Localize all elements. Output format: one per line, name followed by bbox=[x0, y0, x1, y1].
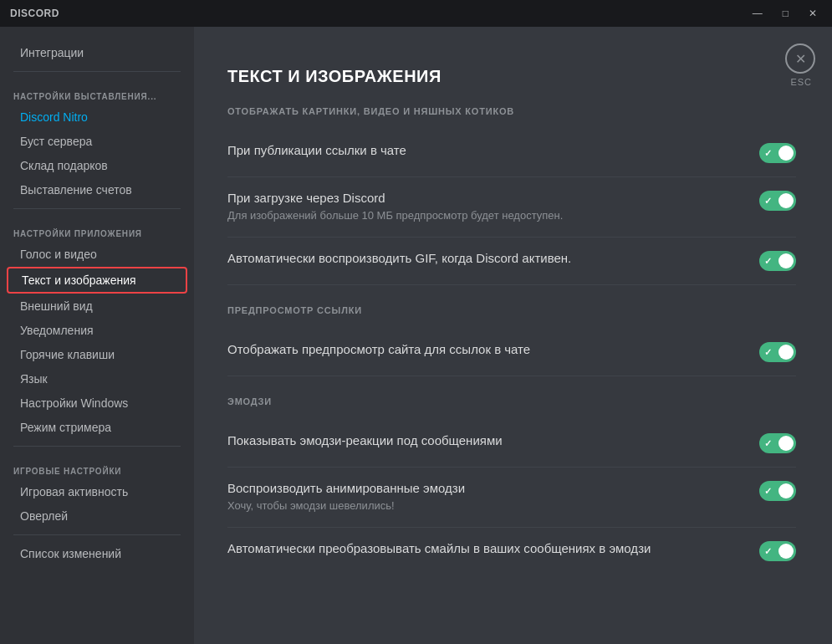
toggle-check-icon: ✓ bbox=[764, 196, 772, 207]
app-title: DISCORD bbox=[10, 8, 59, 19]
section-header-media: ОТОБРАЖАТЬ КАРТИНКИ, ВИДЕО И НЯШНЫХ КОТИ… bbox=[227, 106, 796, 116]
sidebar-item-appearance[interactable]: Внешний вид bbox=[7, 294, 187, 318]
setting-label: При публикации ссылки в чате bbox=[227, 143, 743, 157]
setting-label: При загрузке через Discord bbox=[227, 191, 743, 205]
setting-label: Автоматически преобразовывать смайлы в в… bbox=[227, 541, 743, 555]
sidebar: Интеграции НАСТРОЙКИ ВЫСТАВЛЕНИЯ... Disc… bbox=[0, 27, 194, 644]
toggle-check-icon: ✓ bbox=[764, 438, 772, 449]
sidebar-item-label: Оверлей bbox=[20, 509, 68, 523]
app-container: Интеграции НАСТРОЙКИ ВЫСТАВЛЕНИЯ... Disc… bbox=[0, 27, 832, 644]
section-header-emoji: ЭМОДЗИ bbox=[227, 396, 796, 406]
sidebar-item-label: Режим стримера bbox=[20, 421, 111, 434]
sidebar-divider-2 bbox=[13, 208, 181, 209]
setting-text: Автоматически преобразовывать смайлы в в… bbox=[227, 541, 759, 559]
sidebar-item-label: Буст сервера bbox=[20, 135, 92, 148]
sidebar-item-billing[interactable]: Выставление счетов bbox=[7, 178, 187, 202]
setting-desc: Для изображений больше 10 МБ предпросмот… bbox=[227, 208, 743, 223]
sidebar-item-boost-server[interactable]: Буст сервера bbox=[7, 130, 187, 153]
setting-text: При публикации ссылки в чате bbox=[227, 143, 759, 161]
window-controls: — □ ✕ bbox=[748, 6, 822, 21]
sidebar-section-billing: НАСТРОЙКИ ВЫСТАВЛЕНИЯ... bbox=[0, 79, 194, 105]
sidebar-section-app: НАСТРОЙКИ ПРИЛОЖЕНИЯ bbox=[0, 216, 194, 242]
sidebar-item-label: Внешний вид bbox=[20, 299, 93, 313]
sidebar-item-label: Игровая активность bbox=[20, 485, 128, 498]
page-title: ТЕКСТ И ИЗОБРАЖЕНИЯ bbox=[227, 67, 796, 86]
setting-row-emoji-reactions: Показывать эмодзи-реакции под сообщениям… bbox=[227, 420, 796, 468]
minimize-button[interactable]: — bbox=[748, 6, 768, 21]
sidebar-item-label: Интеграции bbox=[20, 46, 84, 59]
sidebar-item-windows-settings[interactable]: Настройки Windows bbox=[7, 391, 187, 415]
setting-text: Показывать эмодзи-реакции под сообщениям… bbox=[227, 433, 759, 451]
toggle-link-preview[interactable]: ✓ bbox=[759, 143, 796, 163]
sidebar-item-language[interactable]: Язык bbox=[7, 367, 187, 391]
toggle-check-icon: ✓ bbox=[764, 256, 772, 267]
sidebar-item-label: Discord Nitro bbox=[20, 110, 88, 124]
sidebar-item-changelog[interactable]: Список изменений bbox=[7, 542, 187, 565]
sidebar-item-label: Язык bbox=[20, 372, 48, 386]
esc-label: ESC bbox=[790, 77, 812, 87]
setting-row-discord-upload: При загрузке через Discord Для изображен… bbox=[227, 177, 796, 238]
sidebar-item-integrations[interactable]: Интеграции bbox=[7, 41, 187, 64]
sidebar-item-voice-video[interactable]: Голос и видео bbox=[7, 243, 187, 266]
sidebar-section-game: ИГРОВЫЕ НАСТРОЙКИ bbox=[0, 453, 194, 479]
setting-row-animated-emoji: Воспроизводить анимированные эмодзи Хочу… bbox=[227, 468, 796, 528]
sidebar-item-gift-inventory[interactable]: Склад подарков bbox=[7, 154, 187, 177]
setting-text: Автоматически воспроизводить GIF, когда … bbox=[227, 251, 759, 268]
sidebar-item-discord-nitro[interactable]: Discord Nitro bbox=[7, 105, 187, 129]
setting-label: Показывать эмодзи-реакции под сообщениям… bbox=[227, 433, 743, 447]
maximize-button[interactable]: □ bbox=[778, 6, 794, 21]
sidebar-item-label: Выставление счетов bbox=[20, 183, 132, 197]
toggle-check-icon: ✓ bbox=[764, 148, 772, 159]
sidebar-item-notifications[interactable]: Уведомления bbox=[7, 319, 187, 342]
sidebar-item-label: Голос и видео bbox=[20, 248, 97, 261]
setting-label: Отображать предпросмотр сайта для ссылок… bbox=[227, 342, 743, 356]
close-button[interactable]: ✕ bbox=[785, 43, 815, 74]
setting-text: Воспроизводить анимированные эмодзи Хочу… bbox=[227, 481, 759, 514]
setting-text: Отображать предпросмотр сайта для ссылок… bbox=[227, 342, 759, 360]
sidebar-item-streamer-mode[interactable]: Режим стримера bbox=[7, 416, 187, 439]
setting-row-site-preview: Отображать предпросмотр сайта для ссылок… bbox=[227, 329, 796, 376]
toggle-check-icon: ✓ bbox=[764, 486, 772, 497]
setting-desc: Хочу, чтобы эмодзи шевелились! bbox=[227, 498, 743, 514]
setting-label: Автоматически воспроизводить GIF, когда … bbox=[227, 251, 743, 265]
sidebar-item-label: Склад подарков bbox=[20, 159, 108, 172]
sidebar-item-label: Уведомления bbox=[20, 324, 94, 337]
setting-row-link-preview: При публикации ссылки в чате ✓ bbox=[227, 130, 796, 177]
setting-label: Воспроизводить анимированные эмодзи bbox=[227, 481, 743, 495]
main-content: ТЕКСТ И ИЗОБРАЖЕНИЯ ОТОБРАЖАТЬ КАРТИНКИ,… bbox=[194, 27, 832, 644]
sidebar-item-label: Настройки Windows bbox=[20, 396, 128, 410]
content-inner: ТЕКСТ И ИЗОБРАЖЕНИЯ ОТОБРАЖАТЬ КАРТИНКИ,… bbox=[194, 27, 829, 608]
sidebar-item-label: Горячие клавиши bbox=[20, 348, 115, 361]
toggle-check-icon: ✓ bbox=[764, 546, 772, 557]
toggle-check-icon: ✓ bbox=[764, 347, 772, 358]
setting-row-emoji-convert: Автоматически преобразовывать смайлы в в… bbox=[227, 528, 796, 575]
toggle-emoji-convert[interactable]: ✓ bbox=[759, 541, 796, 561]
sidebar-item-label: Текст и изображения bbox=[22, 273, 136, 287]
section-header-link-preview: ПРЕДПРОСМОТР ССЫЛКИ bbox=[227, 305, 796, 315]
sidebar-item-text-images[interactable]: Текст и изображения bbox=[7, 267, 187, 294]
sidebar-divider-4 bbox=[13, 534, 181, 535]
sidebar-item-game-activity[interactable]: Игровая активность bbox=[7, 480, 187, 503]
window-close-button[interactable]: ✕ bbox=[804, 6, 822, 21]
sidebar-divider-1 bbox=[13, 71, 181, 72]
sidebar-item-hotkeys[interactable]: Горячие клавиши bbox=[7, 343, 187, 366]
sidebar-divider-3 bbox=[13, 446, 181, 447]
toggle-animated-emoji[interactable]: ✓ bbox=[759, 481, 796, 501]
sidebar-item-label: Список изменений bbox=[20, 547, 121, 560]
sidebar-item-overlay[interactable]: Оверлей bbox=[7, 504, 187, 528]
toggle-site-preview[interactable]: ✓ bbox=[759, 342, 796, 362]
setting-row-gif-autoplay: Автоматически воспроизводить GIF, когда … bbox=[227, 238, 796, 285]
toggle-emoji-reactions[interactable]: ✓ bbox=[759, 433, 796, 453]
toggle-gif-autoplay[interactable]: ✓ bbox=[759, 251, 796, 271]
titlebar: DISCORD — □ ✕ bbox=[0, 0, 832, 27]
setting-text: При загрузке через Discord Для изображен… bbox=[227, 191, 759, 223]
toggle-discord-upload[interactable]: ✓ bbox=[759, 191, 796, 211]
